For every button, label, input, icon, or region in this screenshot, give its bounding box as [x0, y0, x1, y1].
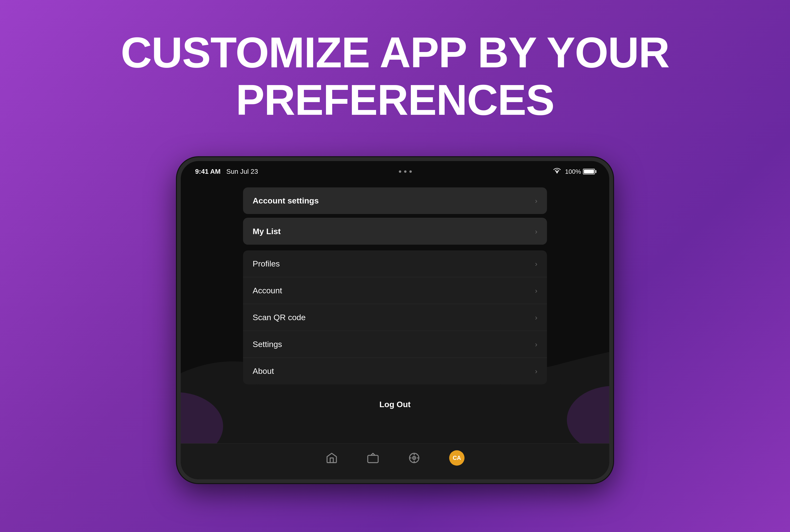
settings-label: Settings: [252, 340, 282, 349]
scan-qr-item[interactable]: Scan QR code ›: [243, 304, 547, 331]
status-bar: 9:41 AM Sun Jul 23: [181, 161, 609, 178]
profiles-label: Profiles: [252, 259, 280, 268]
scan-qr-label: Scan QR code: [252, 313, 306, 322]
my-list-chevron: ›: [535, 227, 538, 235]
about-label: About: [252, 366, 274, 376]
menu-section-middle: Profiles › Account › Scan QR code › Sett…: [243, 250, 547, 384]
svg-point-2: [556, 172, 558, 173]
status-right: 100%: [553, 168, 595, 176]
dot-1: [399, 170, 401, 173]
account-settings-item[interactable]: Account settings ›: [243, 187, 547, 214]
svg-point-6: [414, 457, 414, 458]
account-label: Account: [252, 286, 282, 295]
scan-qr-chevron: ›: [535, 314, 538, 322]
tablet-frame: 9:41 AM Sun Jul 23: [177, 157, 613, 483]
screen-content: Account settings › My List › Profiles ›: [181, 178, 609, 416]
dot-2: [404, 170, 407, 173]
nav-home[interactable]: [325, 452, 338, 464]
profiles-chevron: ›: [535, 260, 538, 268]
settings-item[interactable]: Settings ›: [243, 331, 547, 358]
battery-icon: [583, 169, 595, 174]
logout-button[interactable]: Log Out: [379, 400, 411, 409]
dot-3: [409, 170, 412, 173]
account-chevron: ›: [535, 287, 538, 295]
account-settings-label: Account settings: [252, 196, 319, 205]
hero-title: CUSTOMIZE APP BY YOUR PREFERENCES: [121, 29, 670, 124]
battery-fill: [584, 170, 594, 173]
battery-container: 100%: [565, 168, 595, 175]
battery-percent: 100%: [565, 168, 581, 175]
status-center-dots: [399, 170, 412, 173]
nav-avatar[interactable]: CA: [449, 450, 465, 466]
wifi-icon: [553, 168, 561, 176]
status-date: Sun Jul 23: [226, 168, 258, 175]
about-item[interactable]: About ›: [243, 358, 547, 384]
logout-section: Log Out: [243, 390, 547, 416]
my-list-item[interactable]: My List ›: [243, 218, 547, 245]
account-item[interactable]: Account ›: [243, 277, 547, 304]
tablet-wrapper: 9:41 AM Sun Jul 23: [177, 157, 613, 483]
nav-games[interactable]: [408, 452, 420, 464]
settings-chevron: ›: [535, 340, 538, 348]
profiles-item[interactable]: Profiles ›: [243, 250, 547, 277]
svg-rect-3: [368, 455, 378, 462]
tablet-screen: 9:41 AM Sun Jul 23: [181, 161, 609, 479]
menu-section-top: Account settings › My List ›: [243, 187, 547, 245]
account-settings-chevron: ›: [535, 197, 538, 205]
bottom-nav: CA: [181, 443, 609, 479]
nav-tv[interactable]: [367, 452, 379, 464]
my-list-label: My List: [252, 227, 281, 236]
status-time: 9:41 AM: [195, 168, 221, 175]
about-chevron: ›: [535, 367, 538, 375]
